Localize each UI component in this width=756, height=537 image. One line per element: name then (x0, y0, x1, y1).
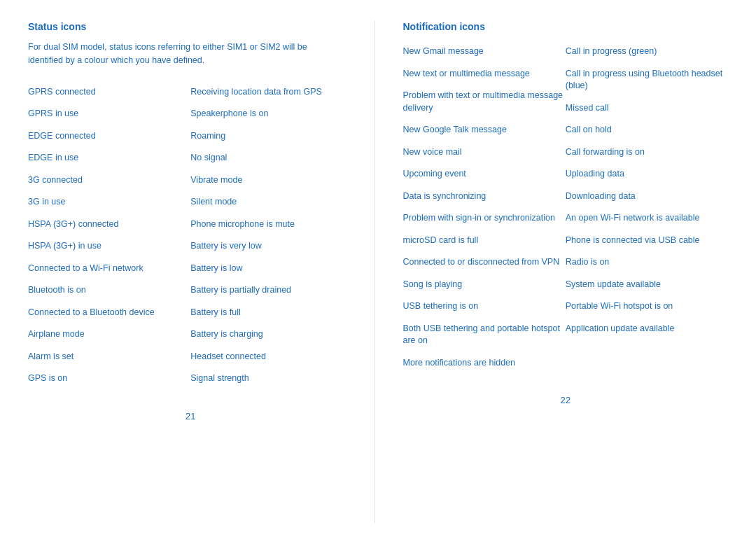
list-item: Phone is connected via USB cable (566, 230, 728, 252)
list-item: Bluetooth is on (28, 279, 190, 302)
list-item: Both USB tethering and portable hotspot … (403, 318, 566, 352)
list-item: GPS is on (28, 368, 190, 390)
list-item: 3G connected (28, 169, 190, 192)
list-item: Application update available (566, 318, 728, 340)
list-item: HSPA (3G+) in use (28, 235, 190, 258)
list-item: Downloading data (566, 186, 728, 208)
list-item: New Google Talk message (403, 119, 566, 141)
list-item: HSPA (3G+) connected (28, 214, 190, 236)
list-item (566, 340, 728, 349)
notification-icons-title: Notification icons (403, 21, 729, 32)
list-item: Speakerphone is on (190, 103, 353, 125)
list-item: Upcoming event (403, 163, 566, 186)
list-item: Portable Wi-Fi hotspot is on (566, 295, 728, 318)
list-item: USB tethering is on (403, 295, 566, 318)
list-item: New Gmail message (403, 41, 566, 63)
list-item: EDGE connected (28, 125, 190, 148)
list-item: Airplane mode (28, 323, 190, 346)
list-item: Signal strength (190, 368, 353, 390)
list-item: Receiving location data from GPS (190, 81, 353, 104)
notification-col1: New Gmail messageNew text or multimedia … (403, 41, 566, 374)
list-item: GPRS in use (28, 103, 190, 125)
right-page: Notification icons New Gmail messageNew … (375, 21, 729, 523)
list-item: Silent mode (190, 191, 353, 214)
list-item: Call forwarding is on (566, 141, 728, 164)
status-col2: Receiving location data from GPSSpeakerp… (190, 81, 353, 390)
list-item: More notifications are hidden (403, 352, 566, 375)
list-item: Roaming (190, 125, 353, 148)
status-icons-title: Status icons (28, 21, 354, 32)
list-item: Battery is partially drained (190, 279, 353, 302)
intro-text: For dual SIM model, status icons referri… (28, 41, 322, 67)
list-item: Call on hold (566, 119, 728, 141)
list-item: Uploading data (566, 163, 728, 186)
list-item: Radio is on (566, 251, 728, 274)
list-item: Battery is very low (190, 235, 353, 258)
list-item: Call in progress (green) (566, 41, 728, 63)
left-page: Status icons For dual SIM model, status … (28, 21, 375, 523)
notification-col2: Call in progress (green)Call in progress… (566, 41, 728, 374)
left-page-number: 21 (28, 411, 354, 421)
list-item: Connected to a Bluetooth device (28, 302, 190, 324)
list-item: Vibrate mode (190, 169, 353, 192)
list-item: Battery is full (190, 302, 353, 324)
list-item: New text or multimedia message (403, 63, 566, 85)
list-item: Battery is low (190, 258, 353, 280)
list-item: Headset connected (190, 346, 353, 368)
list-item: Alarm is set (28, 346, 190, 368)
list-item: EDGE in use (28, 147, 190, 169)
list-item: Data is synchronizing (403, 186, 566, 208)
right-page-number: 22 (403, 395, 729, 405)
list-item: An open Wi-Fi network is available (566, 207, 728, 230)
list-item: Phone microphone is mute (190, 214, 353, 236)
list-item: Problem with sign-in or synchronization (403, 207, 566, 230)
list-item: Problem with text or multimedia message … (403, 85, 566, 119)
list-item: GPRS connected (28, 81, 190, 104)
list-item: Call in progress using Bluetooth headset… (566, 63, 728, 97)
list-item: New voice mail (403, 141, 566, 164)
list-item: Missed call (566, 97, 728, 120)
status-col1: GPRS connectedGPRS in useEDGE connectedE… (28, 81, 190, 390)
list-item: Battery is charging (190, 323, 353, 346)
list-item: No signal (190, 147, 353, 169)
notification-icons-grid: New Gmail messageNew text or multimedia … (403, 41, 729, 374)
list-item: Song is playing (403, 274, 566, 296)
status-icons-grid: GPRS connectedGPRS in useEDGE connectedE… (28, 81, 354, 390)
list-item: System update available (566, 274, 728, 296)
list-item: 3G in use (28, 191, 190, 214)
list-item: Connected to or disconnected from VPN (403, 251, 566, 274)
list-item: microSD card is full (403, 230, 566, 252)
list-item: Connected to a Wi-Fi network (28, 258, 190, 280)
